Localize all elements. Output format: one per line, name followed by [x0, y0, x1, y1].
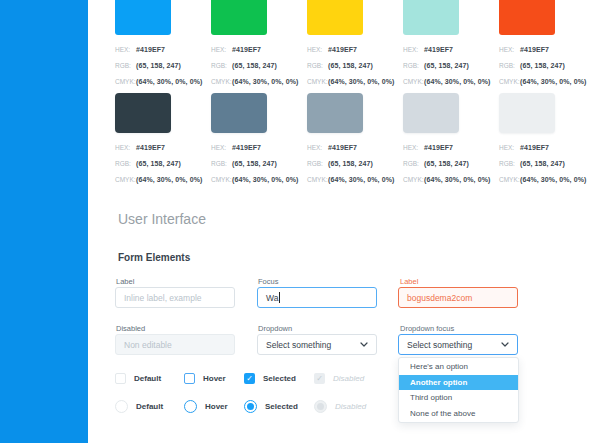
- color-swatch-card: HEX:#419EF7RGB:(65, 158, 247)CMYK:(64%, …: [307, 0, 363, 88]
- checkbox-hover[interactable]: Hover: [184, 373, 226, 384]
- swatch-hex-line: HEX:#419EF7: [115, 138, 171, 154]
- swatch-meta: HEX:#419EF7RGB:(65, 158, 247)CMYK:(64%, …: [499, 40, 555, 88]
- color-swatch: [307, 0, 363, 35]
- dropdown-option[interactable]: Here's an option: [399, 359, 518, 375]
- swatch-cmyk-value: (64%, 30%, 0%, 0%): [424, 176, 490, 183]
- color-swatch: [499, 0, 555, 35]
- swatch-cmyk-line: CMYK:(64%, 30%, 0%, 0%): [115, 72, 171, 88]
- dropdown-focus-select[interactable]: Select something: [398, 334, 518, 355]
- error-input[interactable]: bogusdema2com: [398, 287, 518, 308]
- dropdown-open-menu: Here's an optionAnother optionThird opti…: [398, 357, 519, 423]
- swatch-rgb-value: (65, 158, 247): [520, 62, 565, 69]
- dropdown-option[interactable]: Another option: [399, 375, 518, 391]
- color-swatch-card: HEX:#419EF7RGB:(65, 158, 247)CMYK:(64%, …: [307, 93, 363, 186]
- color-swatch-card: HEX:#419EF7RGB:(65, 158, 247)CMYK:(64%, …: [115, 93, 171, 186]
- swatch-meta: HEX:#419EF7RGB:(65, 158, 247)CMYK:(64%, …: [307, 40, 363, 88]
- swatch-rgb-label: RGB:: [499, 59, 520, 72]
- swatch-rgb-value: (65, 158, 247): [136, 160, 181, 167]
- dropdown-focus-selected-value: Select something: [407, 340, 472, 350]
- checkbox-disabled-control: ✓: [314, 373, 325, 384]
- swatch-meta: HEX:#419EF7RGB:(65, 158, 247)CMYK:(64%, …: [211, 138, 267, 186]
- swatch-cmyk-line: CMYK:(64%, 30%, 0%, 0%): [403, 72, 459, 88]
- swatch-cmyk-label: CMYK:: [403, 173, 424, 186]
- swatch-cmyk-line: CMYK:(64%, 30%, 0%, 0%): [307, 170, 363, 186]
- label-input[interactable]: Inline label, example: [115, 287, 235, 308]
- checkbox-state-label: Disabled: [333, 374, 364, 383]
- checkbox-hover-control[interactable]: [184, 373, 195, 384]
- swatch-cmyk-label: CMYK:: [211, 75, 232, 88]
- swatch-hex-value: #419EF7: [520, 144, 549, 151]
- label-input-label: Label: [116, 277, 134, 286]
- swatch-cmyk-value: (64%, 30%, 0%, 0%): [136, 78, 202, 85]
- swatch-rgb-label: RGB:: [115, 59, 136, 72]
- dropdown-select[interactable]: Select something: [257, 334, 377, 355]
- color-swatch: [499, 93, 555, 133]
- swatch-rgb-label: RGB:: [307, 59, 328, 72]
- swatch-cmyk-line: CMYK:(64%, 30%, 0%, 0%): [499, 170, 555, 186]
- swatch-hex-line: HEX:#419EF7: [115, 40, 171, 56]
- swatch-hex-label: HEX:: [307, 43, 328, 56]
- swatch-hex-line: HEX:#419EF7: [403, 40, 459, 56]
- swatch-hex-value: #419EF7: [232, 144, 261, 151]
- checkbox-default-control[interactable]: [115, 373, 126, 384]
- checkbox-selected[interactable]: ✓Selected: [244, 373, 296, 384]
- swatch-rgb-value: (65, 158, 247): [232, 62, 277, 69]
- focus-input-label: Focus: [258, 277, 278, 286]
- swatch-cmyk-line: CMYK:(64%, 30%, 0%, 0%): [403, 170, 459, 186]
- error-input-value: bogusdema2com: [407, 293, 472, 303]
- swatch-cmyk-value: (64%, 30%, 0%, 0%): [328, 176, 394, 183]
- radio-selected-control[interactable]: [244, 400, 257, 413]
- swatch-rgb-line: RGB:(65, 158, 247): [211, 154, 267, 170]
- swatch-rgb-label: RGB:: [499, 157, 520, 170]
- checkbox-selected-control[interactable]: ✓: [244, 373, 255, 384]
- swatch-cmyk-line: CMYK:(64%, 30%, 0%, 0%): [211, 170, 267, 186]
- swatch-rgb-line: RGB:(65, 158, 247): [307, 154, 363, 170]
- swatch-meta: HEX:#419EF7RGB:(65, 158, 247)CMYK:(64%, …: [211, 40, 267, 88]
- radio-state-label: Disabled: [335, 402, 366, 411]
- color-swatch: [403, 0, 459, 35]
- swatch-cmyk-value: (64%, 30%, 0%, 0%): [520, 78, 586, 85]
- swatch-hex-value: #419EF7: [328, 46, 357, 53]
- dropdown-option[interactable]: None of the above: [399, 406, 518, 422]
- radio-default[interactable]: Default: [115, 400, 163, 413]
- color-swatch: [115, 0, 171, 35]
- error-input-label: Label: [400, 277, 418, 286]
- swatch-cmyk-label: CMYK:: [307, 75, 328, 88]
- swatch-hex-line: HEX:#419EF7: [211, 40, 267, 56]
- swatch-rgb-value: (65, 158, 247): [328, 160, 373, 167]
- dropdown-option[interactable]: Third option: [399, 390, 518, 406]
- swatch-rgb-value: (65, 158, 247): [232, 160, 277, 167]
- focus-input-value: Wa: [266, 293, 278, 303]
- color-swatch-card: HEX:#419EF7RGB:(65, 158, 247)CMYK:(64%, …: [211, 93, 267, 186]
- swatch-rgb-line: RGB:(65, 158, 247): [115, 154, 171, 170]
- swatch-cmyk-label: CMYK:: [115, 173, 136, 186]
- swatch-hex-label: HEX:: [499, 141, 520, 154]
- radio-disabled-control: [314, 400, 327, 413]
- swatch-meta: HEX:#419EF7RGB:(65, 158, 247)CMYK:(64%, …: [115, 40, 171, 88]
- radio-default-control[interactable]: [115, 400, 128, 413]
- swatch-cmyk-label: CMYK:: [499, 173, 520, 186]
- checkbox-default[interactable]: Default: [115, 373, 161, 384]
- radio-hover-control[interactable]: [184, 400, 197, 413]
- radio-hover[interactable]: Hover: [184, 400, 228, 413]
- color-swatch-card: HEX:#419EF7RGB:(65, 158, 247)CMYK:(64%, …: [499, 0, 555, 88]
- disabled-input-label: Disabled: [116, 324, 145, 333]
- swatch-hex-label: HEX:: [403, 43, 424, 56]
- color-swatch-card: HEX:#419EF7RGB:(65, 158, 247)CMYK:(64%, …: [211, 0, 267, 88]
- focus-input[interactable]: Wa: [257, 287, 377, 308]
- swatch-rgb-value: (65, 158, 247): [424, 62, 469, 69]
- dropdown-selected-value: Select something: [266, 340, 331, 350]
- swatch-cmyk-value: (64%, 30%, 0%, 0%): [520, 176, 586, 183]
- swatch-hex-label: HEX:: [307, 141, 328, 154]
- swatch-rgb-label: RGB:: [403, 157, 424, 170]
- swatch-cmyk-line: CMYK:(64%, 30%, 0%, 0%): [211, 72, 267, 88]
- radio-selected[interactable]: Selected: [244, 400, 298, 413]
- swatch-hex-label: HEX:: [115, 43, 136, 56]
- swatch-hex-value: #419EF7: [136, 144, 165, 151]
- swatch-cmyk-line: CMYK:(64%, 30%, 0%, 0%): [307, 72, 363, 88]
- swatch-hex-value: #419EF7: [424, 144, 453, 151]
- swatch-cmyk-line: CMYK:(64%, 30%, 0%, 0%): [499, 72, 555, 88]
- swatch-rgb-label: RGB:: [115, 157, 136, 170]
- color-swatch: [211, 0, 267, 35]
- swatch-hex-value: #419EF7: [328, 144, 357, 151]
